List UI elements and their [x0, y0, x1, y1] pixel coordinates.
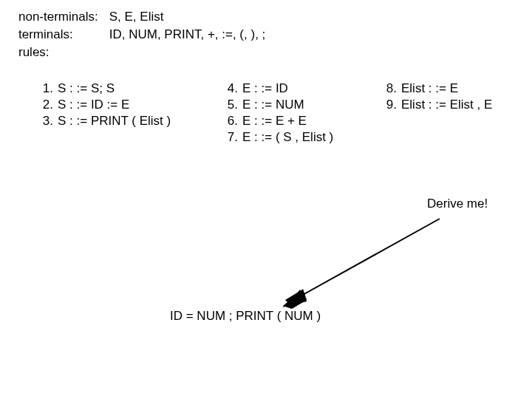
rule-item: 5. E : := NUM — [222, 98, 381, 112]
rule-body: S : := S; S — [58, 81, 115, 96]
terminals-value: ID, NUM, PRINT, +, :=, (, ), ; — [109, 27, 275, 43]
svg-marker-2 — [285, 292, 299, 303]
rules-col-3: 8. Elist : := E 9. Elist : := Elist , E — [381, 81, 514, 146]
rule-body: S : := ID := E — [58, 98, 129, 112]
rule-number: 9. — [381, 98, 397, 112]
nonterminals-label: non-terminals: — [18, 9, 107, 25]
arrow-icon — [266, 213, 458, 324]
rule-body: Elist : := Elist , E — [401, 98, 492, 112]
rule-item: 4. E : := ID — [222, 81, 381, 96]
rules-columns: 1. S : := S; S 2. S : := ID := E 3. S : … — [37, 81, 514, 146]
svg-marker-1 — [288, 290, 307, 303]
rule-number: 2. — [37, 98, 53, 112]
rule-item: 1. S : := S; S — [37, 81, 222, 96]
rule-item: 3. S : := PRINT ( Elist ) — [37, 114, 222, 129]
nonterminals-value: S, E, Elist — [109, 9, 275, 25]
rule-item: 6. E : := E + E — [222, 114, 381, 129]
rule-number: 4. — [222, 81, 238, 96]
rule-number: 7. — [222, 130, 238, 145]
rule-body: E : := ( S , Elist ) — [242, 130, 333, 145]
rule-item: 9. Elist : := Elist , E — [381, 98, 514, 112]
rule-number: 1. — [37, 81, 53, 96]
rules-col-1: 1. S : := S; S 2. S : := ID := E 3. S : … — [37, 81, 222, 146]
rule-item: 2. S : := ID := E — [37, 98, 222, 112]
rules-label: rules: — [18, 44, 107, 61]
arrowhead-icon — [266, 213, 458, 324]
svg-marker-3 — [283, 289, 307, 309]
rule-number: 6. — [222, 114, 238, 129]
rule-body: Elist : := E — [401, 81, 458, 96]
rule-number: 3. — [37, 114, 53, 129]
svg-line-0 — [288, 219, 440, 303]
rule-body: S : := PRINT ( Elist ) — [58, 114, 171, 129]
rule-body: E : := ID — [242, 81, 288, 96]
svg-marker-4 — [282, 290, 307, 307]
target-expression: ID = NUM ; PRINT ( NUM ) — [170, 309, 321, 324]
rule-body: E : := E + E — [242, 114, 307, 129]
rule-body: E : := NUM — [242, 98, 304, 112]
terminals-label: terminals: — [18, 27, 107, 43]
rule-number: 5. — [222, 98, 238, 112]
rule-item: 7. E : := ( S , Elist ) — [222, 130, 381, 145]
rule-number: 8. — [381, 81, 397, 96]
rule-item: 8. Elist : := E — [381, 81, 514, 96]
rules-col-2: 4. E : := ID 5. E : := NUM 6. E : := E +… — [222, 81, 381, 146]
derive-label: Derive me! — [427, 197, 488, 211]
definitions: non-terminals: S, E, Elist terminals: ID… — [16, 7, 276, 62]
